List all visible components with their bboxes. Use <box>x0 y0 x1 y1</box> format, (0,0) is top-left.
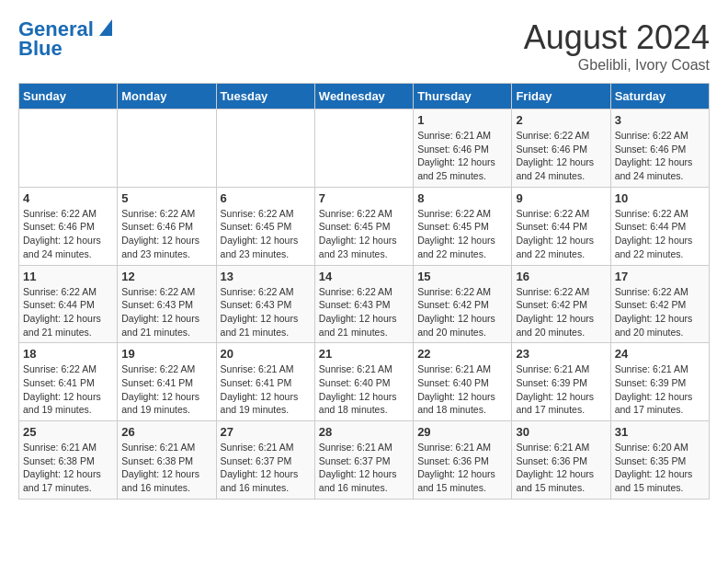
title-block: August 2024 Gbelibli, Ivory Coast <box>524 18 710 74</box>
day-detail: Sunrise: 6:22 AM Sunset: 6:44 PM Dayligh… <box>516 207 606 261</box>
day-number: 5 <box>121 191 211 205</box>
logo: General Blue <box>18 18 112 61</box>
day-number: 28 <box>319 425 409 439</box>
calendar-day-cell <box>19 109 118 188</box>
calendar-day-cell: 16Sunrise: 6:22 AM Sunset: 6:42 PM Dayli… <box>512 265 610 343</box>
main-title: August 2024 <box>524 18 710 57</box>
day-of-week-header: Wednesday <box>314 84 413 109</box>
day-detail: Sunrise: 6:22 AM Sunset: 6:46 PM Dayligh… <box>121 207 211 261</box>
calendar-day-cell: 27Sunrise: 6:21 AM Sunset: 6:37 PM Dayli… <box>216 421 314 500</box>
day-detail: Sunrise: 6:22 AM Sunset: 6:42 PM Dayligh… <box>417 285 507 339</box>
day-of-week-header: Saturday <box>610 84 709 109</box>
calendar-day-cell: 7Sunrise: 6:22 AM Sunset: 6:45 PM Daylig… <box>314 187 413 265</box>
day-number: 22 <box>417 347 507 361</box>
day-detail: Sunrise: 6:22 AM Sunset: 6:41 PM Dayligh… <box>23 362 113 417</box>
subtitle: Gbelibli, Ivory Coast <box>524 57 710 74</box>
calendar-day-cell: 19Sunrise: 6:22 AM Sunset: 6:41 PM Dayli… <box>118 343 216 421</box>
day-number: 7 <box>319 191 409 205</box>
day-number: 1 <box>417 113 507 127</box>
day-detail: Sunrise: 6:22 AM Sunset: 6:45 PM Dayligh… <box>319 207 409 261</box>
calendar-day-cell: 22Sunrise: 6:21 AM Sunset: 6:40 PM Dayli… <box>414 343 512 421</box>
day-number: 13 <box>221 270 311 283</box>
day-detail: Sunrise: 6:21 AM Sunset: 6:39 PM Dayligh… <box>615 362 705 417</box>
day-detail: Sunrise: 6:21 AM Sunset: 6:37 PM Dayligh… <box>221 441 311 495</box>
day-number: 12 <box>121 270 211 283</box>
calendar-day-cell <box>118 109 216 188</box>
day-of-week-header: Sunday <box>19 84 118 109</box>
calendar-week-row: 11Sunrise: 6:22 AM Sunset: 6:44 PM Dayli… <box>19 265 710 343</box>
day-detail: Sunrise: 6:21 AM Sunset: 6:36 PM Dayligh… <box>417 441 507 495</box>
day-detail: Sunrise: 6:22 AM Sunset: 6:45 PM Dayligh… <box>417 207 507 261</box>
day-number: 4 <box>23 191 113 205</box>
day-number: 31 <box>615 425 705 439</box>
day-number: 3 <box>615 113 705 127</box>
calendar-day-cell <box>216 109 314 188</box>
calendar-day-cell: 24Sunrise: 6:21 AM Sunset: 6:39 PM Dayli… <box>610 343 709 421</box>
day-detail: Sunrise: 6:21 AM Sunset: 6:36 PM Dayligh… <box>516 441 606 495</box>
calendar-day-cell: 26Sunrise: 6:21 AM Sunset: 6:38 PM Dayli… <box>118 421 216 500</box>
day-of-week-header: Friday <box>512 84 610 109</box>
day-number: 18 <box>23 347 113 361</box>
day-number: 15 <box>417 270 507 283</box>
calendar-day-cell: 1Sunrise: 6:21 AM Sunset: 6:46 PM Daylig… <box>414 109 512 188</box>
day-detail: Sunrise: 6:22 AM Sunset: 6:45 PM Dayligh… <box>221 207 311 261</box>
day-number: 17 <box>615 270 705 283</box>
calendar-day-cell: 18Sunrise: 6:22 AM Sunset: 6:41 PM Dayli… <box>19 343 118 421</box>
day-number: 11 <box>23 270 113 283</box>
calendar-day-cell: 15Sunrise: 6:22 AM Sunset: 6:42 PM Dayli… <box>414 265 512 343</box>
day-number: 6 <box>221 191 311 205</box>
day-detail: Sunrise: 6:21 AM Sunset: 6:46 PM Dayligh… <box>417 129 507 183</box>
calendar-day-cell: 23Sunrise: 6:21 AM Sunset: 6:39 PM Dayli… <box>512 343 610 421</box>
day-detail: Sunrise: 6:22 AM Sunset: 6:43 PM Dayligh… <box>319 285 409 339</box>
day-detail: Sunrise: 6:22 AM Sunset: 6:46 PM Dayligh… <box>23 207 113 261</box>
day-number: 21 <box>319 347 409 361</box>
calendar-header-row: SundayMondayTuesdayWednesdayThursdayFrid… <box>19 84 710 109</box>
day-detail: Sunrise: 6:21 AM Sunset: 6:39 PM Dayligh… <box>516 362 606 417</box>
calendar-week-row: 1Sunrise: 6:21 AM Sunset: 6:46 PM Daylig… <box>19 109 710 188</box>
calendar-day-cell: 2Sunrise: 6:22 AM Sunset: 6:46 PM Daylig… <box>512 109 610 188</box>
day-number: 25 <box>23 425 113 439</box>
day-detail: Sunrise: 6:22 AM Sunset: 6:43 PM Dayligh… <box>121 285 211 339</box>
calendar-day-cell: 30Sunrise: 6:21 AM Sunset: 6:36 PM Dayli… <box>512 421 610 500</box>
calendar-day-cell: 25Sunrise: 6:21 AM Sunset: 6:38 PM Dayli… <box>19 421 118 500</box>
calendar-day-cell: 5Sunrise: 6:22 AM Sunset: 6:46 PM Daylig… <box>118 187 216 265</box>
day-detail: Sunrise: 6:21 AM Sunset: 6:38 PM Dayligh… <box>121 441 211 495</box>
day-number: 19 <box>121 347 211 361</box>
day-detail: Sunrise: 6:22 AM Sunset: 6:42 PM Dayligh… <box>615 285 705 339</box>
page-header: General Blue August 2024 Gbelibli, Ivory… <box>18 18 710 74</box>
calendar-day-cell: 31Sunrise: 6:20 AM Sunset: 6:35 PM Dayli… <box>610 421 709 500</box>
calendar-day-cell: 6Sunrise: 6:22 AM Sunset: 6:45 PM Daylig… <box>216 187 314 265</box>
calendar-body: 1Sunrise: 6:21 AM Sunset: 6:46 PM Daylig… <box>19 109 710 500</box>
day-of-week-header: Monday <box>118 84 216 109</box>
calendar-day-cell: 12Sunrise: 6:22 AM Sunset: 6:43 PM Dayli… <box>118 265 216 343</box>
calendar-table: SundayMondayTuesdayWednesdayThursdayFrid… <box>18 83 710 500</box>
calendar-day-cell: 11Sunrise: 6:22 AM Sunset: 6:44 PM Dayli… <box>19 265 118 343</box>
day-number: 27 <box>221 425 311 439</box>
day-detail: Sunrise: 6:22 AM Sunset: 6:42 PM Dayligh… <box>516 285 606 339</box>
calendar-week-row: 4Sunrise: 6:22 AM Sunset: 6:46 PM Daylig… <box>19 187 710 265</box>
logo-blue: Blue <box>18 37 63 61</box>
calendar-day-cell: 10Sunrise: 6:22 AM Sunset: 6:44 PM Dayli… <box>610 187 709 265</box>
calendar-day-cell: 8Sunrise: 6:22 AM Sunset: 6:45 PM Daylig… <box>414 187 512 265</box>
calendar-day-cell: 28Sunrise: 6:21 AM Sunset: 6:37 PM Dayli… <box>314 421 413 500</box>
day-detail: Sunrise: 6:22 AM Sunset: 6:43 PM Dayligh… <box>221 285 311 339</box>
day-detail: Sunrise: 6:21 AM Sunset: 6:38 PM Dayligh… <box>23 441 113 495</box>
day-number: 16 <box>516 270 606 283</box>
calendar-day-cell <box>314 109 413 188</box>
day-number: 9 <box>516 191 606 205</box>
day-of-week-header: Thursday <box>414 84 512 109</box>
logo-icon <box>96 19 112 36</box>
day-of-week-header: Tuesday <box>216 84 314 109</box>
day-number: 2 <box>516 113 606 127</box>
day-number: 20 <box>221 347 311 361</box>
day-detail: Sunrise: 6:22 AM Sunset: 6:44 PM Dayligh… <box>615 207 705 261</box>
day-number: 29 <box>417 425 507 439</box>
calendar-week-row: 18Sunrise: 6:22 AM Sunset: 6:41 PM Dayli… <box>19 343 710 421</box>
day-number: 8 <box>417 191 507 205</box>
day-number: 30 <box>516 425 606 439</box>
day-detail: Sunrise: 6:22 AM Sunset: 6:46 PM Dayligh… <box>516 129 606 183</box>
day-number: 10 <box>615 191 705 205</box>
day-number: 24 <box>615 347 705 361</box>
calendar-day-cell: 20Sunrise: 6:21 AM Sunset: 6:41 PM Dayli… <box>216 343 314 421</box>
day-detail: Sunrise: 6:22 AM Sunset: 6:46 PM Dayligh… <box>615 129 705 183</box>
